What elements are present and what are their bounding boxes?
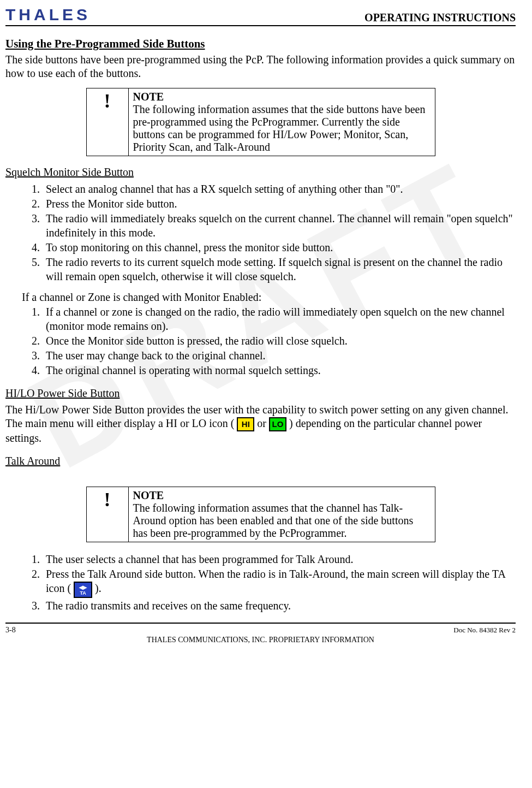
hi-icon: HI [237, 417, 254, 431]
list-item: Press the Talk Around side button. When … [43, 567, 516, 597]
list-item: The radio transmits and receives on the … [43, 599, 516, 613]
ta-list: The user selects a channel that has been… [5, 552, 516, 612]
page-number: 3-8 [5, 626, 16, 635]
squelch-list-1: Select an analog channel that has a RX s… [5, 182, 516, 283]
section-intro: The side buttons have been pre-programme… [5, 53, 516, 80]
list-item: The radio will immediately breaks squelc… [43, 211, 516, 240]
note-body-2: NOTE The following information assumes t… [128, 487, 435, 542]
thales-logo: THALES [5, 5, 91, 24]
list-item: The original channel is operating with n… [43, 363, 516, 377]
hilo-title: HI/LO Power Side Button [5, 387, 516, 400]
arrows-icon: ◂▸ [79, 583, 87, 591]
doc-number: Doc No. 84382 Rev 2 [453, 626, 516, 635]
list-item: The radio reverts to its current squelch… [43, 255, 516, 283]
list-item: If a channel or zone is changed on the r… [43, 305, 516, 333]
hilo-paragraph: The Hi/Low Power Side Button provides th… [5, 403, 516, 445]
squelch-mid: If a channel or Zone is changed with Mon… [22, 291, 516, 304]
ta-title: Talk Around [5, 455, 516, 467]
note-body-1: NOTE The following information assumes t… [128, 88, 435, 156]
list-item: The user may change back to the original… [43, 348, 516, 363]
section-title: Using the Pre-Programmed Side Buttons [5, 37, 516, 51]
ta-l2-pre: Press the Talk Around side button. When … [46, 568, 505, 594]
proprietary-line: THALES COMMUNICATIONS, INC. PROPRIETARY … [5, 636, 516, 644]
ta-l2-post: ). [95, 582, 101, 594]
hilo-or: or [257, 417, 269, 429]
list-item: Press the Monitor side button. [43, 197, 516, 211]
note-label: NOTE [133, 489, 164, 501]
ta-icon: ◂▸ TA [74, 582, 92, 598]
note-bang-icon: ! [86, 487, 128, 542]
list-item: The user selects a channel that has been… [43, 552, 516, 566]
header-title: OPERATING INSTRUCTIONS [364, 11, 516, 24]
page-footer: 3-8 Doc No. 84382 Rev 2 THALES COMMUNICA… [5, 623, 516, 644]
list-item: Select an analog channel that has a RX s… [43, 182, 516, 196]
squelch-list-2: If a channel or zone is changed on the r… [5, 305, 516, 377]
note-text: The following information assumes that t… [133, 502, 414, 539]
ta-icon-label: TA [80, 591, 86, 596]
note-box-1: ! NOTE The following information assumes… [86, 88, 435, 156]
note-bang-icon: ! [86, 88, 128, 156]
note-box-2: ! NOTE The following information assumes… [86, 487, 435, 542]
list-item: To stop monitoring on this channel, pres… [43, 240, 516, 254]
list-item: Once the Monitor side button is pressed,… [43, 334, 516, 348]
note-text: The following information assumes that t… [133, 103, 426, 153]
page-header: THALES OPERATING INSTRUCTIONS [5, 5, 516, 26]
lo-icon: LO [269, 417, 286, 431]
note-label: NOTE [133, 91, 164, 103]
squelch-title: Squelch Monitor Side Button [5, 166, 516, 179]
